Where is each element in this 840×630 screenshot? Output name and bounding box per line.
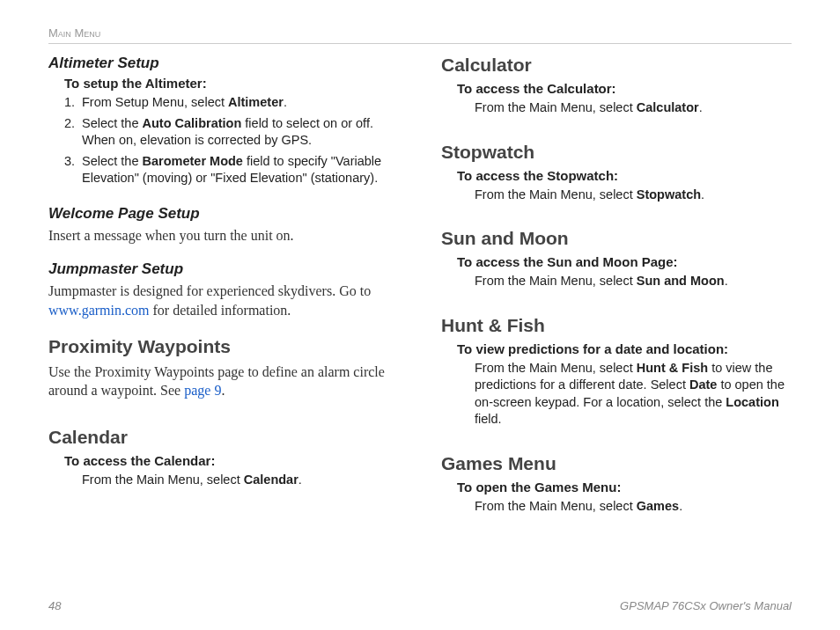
text-run: From the Main Menu, select: [475, 499, 637, 513]
manual-title: GPSMAP 76CSx Owner's Manual: [620, 599, 792, 612]
text-run: From the Main Menu, select: [475, 100, 637, 114]
text-bold: Games: [637, 499, 679, 513]
step-text: Select the Auto Calibration field to sel…: [82, 115, 399, 150]
text-run: field.: [475, 412, 502, 426]
right-column: Calculator To access the Calculator: Fro…: [441, 55, 792, 594]
page-link[interactable]: page 9: [184, 383, 221, 398]
games-title: Games Menu: [441, 453, 792, 474]
stopwatch-step: From the Main Menu, select Stopwatch.: [475, 187, 792, 204]
text-run: From the Main Menu, select: [475, 274, 637, 288]
text-bold: Stopwatch: [637, 187, 701, 201]
altimeter-step-1: 1. From Setup Menu, select Altimeter.: [64, 94, 399, 112]
text-run: .: [699, 100, 703, 114]
text-bold: Location: [726, 395, 778, 409]
text-bold: Barometer Mode: [143, 154, 243, 168]
step-number: 3.: [64, 153, 82, 187]
altimeter-title: Altimeter Setup: [48, 55, 399, 72]
left-column: Altimeter Setup To setup the Altimeter: …: [48, 55, 399, 594]
text-bold: Auto Calibration: [143, 116, 242, 130]
text-run: Select the: [82, 154, 143, 168]
text-run: .: [701, 187, 704, 201]
welcome-section: Welcome Page Setup Insert a message when…: [48, 205, 399, 249]
step-number: 2.: [64, 115, 82, 150]
text-bold: Calendar: [244, 472, 298, 487]
sunmoon-sub: To access the Sun and Moon Page:: [457, 254, 792, 269]
text-run: .: [725, 274, 728, 288]
text-bold: Altimeter: [228, 95, 284, 109]
sunmoon-section: Sun and Moon To access the Sun and Moon …: [441, 228, 792, 292]
welcome-title: Welcome Page Setup: [48, 205, 399, 223]
page-number: 48: [48, 599, 61, 612]
text-run: From Setup Menu, select: [82, 95, 228, 109]
games-sub: To open the Games Menu:: [457, 480, 792, 494]
huntfish-step: From the Main Menu, select Hunt & Fish t…: [475, 360, 792, 429]
garmin-link[interactable]: www.garmin.com: [48, 303, 150, 318]
huntfish-title: Hunt & Fish: [441, 315, 792, 336]
step-text: Select the Barometer Mode field to speci…: [82, 153, 399, 187]
page-footer: 48 GPSMAP 76CSx Owner's Manual: [48, 599, 792, 612]
running-header: Main Menu: [48, 26, 792, 44]
welcome-body: Insert a message when you turn the unit …: [48, 226, 399, 245]
text-run: Jumpmaster is designed for experienced s…: [48, 283, 371, 298]
text-run: .: [298, 472, 302, 487]
jumpmaster-body: Jumpmaster is designed for experienced s…: [48, 282, 399, 319]
proximity-body: Use the Proximity Waypoints page to defi…: [48, 363, 399, 400]
manual-page: Main Menu Altimeter Setup To setup the A…: [0, 0, 840, 630]
text-run: .: [284, 95, 287, 109]
altimeter-sub: To setup the Altimeter:: [64, 76, 399, 91]
text-run: From the Main Menu, select: [475, 187, 637, 201]
text-bold: Date: [689, 377, 717, 392]
calculator-section: Calculator To access the Calculator: Fro…: [441, 55, 792, 119]
calendar-title: Calendar: [48, 427, 399, 448]
calculator-sub: To access the Calculator:: [457, 81, 792, 96]
proximity-title: Proximity Waypoints: [48, 336, 399, 357]
games-section: Games Menu To open the Games Menu: From …: [441, 453, 792, 517]
proximity-section: Proximity Waypoints Use the Proximity Wa…: [48, 336, 399, 404]
sunmoon-title: Sun and Moon: [441, 228, 792, 249]
stopwatch-sub: To access the Stopwatch:: [457, 168, 792, 183]
text-run: .: [679, 499, 682, 513]
stopwatch-section: Stopwatch To access the Stopwatch: From …: [441, 142, 792, 206]
games-step: From the Main Menu, select Games.: [475, 498, 792, 516]
step-number: 1.: [64, 94, 82, 112]
text-bold: Hunt & Fish: [637, 361, 708, 375]
altimeter-section: Altimeter Setup To setup the Altimeter: …: [48, 55, 399, 191]
text-run: .: [221, 383, 225, 398]
text-run: From the Main Menu, select: [82, 472, 244, 487]
sunmoon-step: From the Main Menu, select Sun and Moon.: [475, 273, 792, 290]
step-text: From Setup Menu, select Altimeter.: [82, 94, 399, 112]
stopwatch-title: Stopwatch: [441, 142, 792, 163]
text-run: From the Main Menu, select: [475, 361, 637, 375]
calendar-sub: To access the Calendar:: [64, 453, 399, 468]
calendar-section: Calendar To access the Calendar: From th…: [48, 427, 399, 491]
altimeter-step-3: 3. Select the Barometer Mode field to sp…: [64, 153, 399, 187]
text-run: Select the: [82, 116, 143, 130]
jumpmaster-section: Jumpmaster Setup Jumpmaster is designed …: [48, 260, 399, 323]
text-bold: Calculator: [637, 100, 699, 114]
content-columns: Altimeter Setup To setup the Altimeter: …: [48, 55, 792, 594]
huntfish-section: Hunt & Fish To view predictions for a da…: [441, 315, 792, 430]
text-run: for detailed information.: [150, 303, 291, 318]
calculator-title: Calculator: [441, 55, 792, 76]
calendar-step: From the Main Menu, select Calendar.: [82, 472, 399, 489]
huntfish-sub: To view predictions for a date and locat…: [457, 341, 792, 356]
jumpmaster-title: Jumpmaster Setup: [48, 260, 399, 278]
text-bold: Sun and Moon: [637, 274, 725, 288]
altimeter-steps: 1. From Setup Menu, select Altimeter. 2.…: [64, 94, 399, 187]
altimeter-step-2: 2. Select the Auto Calibration field to …: [64, 115, 399, 150]
calculator-step: From the Main Menu, select Calculator.: [475, 99, 792, 117]
